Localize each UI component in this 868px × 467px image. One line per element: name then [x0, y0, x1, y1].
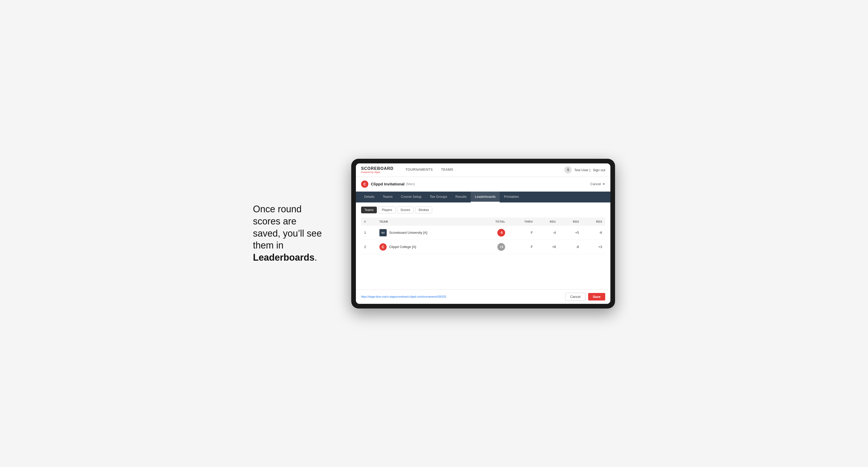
rd3-1: -6	[582, 226, 605, 240]
tournament-cancel-button[interactable]: Cancel ✕	[590, 182, 605, 186]
filter-teams[interactable]: Teams	[361, 207, 377, 213]
table-header-row: # TEAM TOTAL THRU RD1 RD2 RD3	[361, 217, 605, 226]
user-avatar: S	[564, 166, 571, 174]
col-rd3: RD3	[582, 217, 605, 226]
filter-scores[interactable]: Scores	[397, 207, 413, 213]
tournament-subtitle: (Men)	[406, 182, 415, 186]
tablet-screen: SCOREBOARD Powered by clippd TOURNAMENTS…	[356, 163, 610, 304]
content-area: Teams Players Scores Strokes # TEAM TOTA…	[356, 203, 610, 289]
rd2-2: -8	[559, 240, 582, 254]
navbar: SCOREBOARD Powered by clippd TOURNAMENTS…	[356, 163, 610, 177]
col-rd1: RD1	[536, 217, 559, 226]
rd1-1: -4	[536, 226, 559, 240]
rd1-2: +8	[536, 240, 559, 254]
score-badge-1: -5	[497, 229, 505, 237]
col-total: TOTAL	[478, 217, 508, 226]
close-icon[interactable]: ✕	[602, 182, 605, 186]
filter-players[interactable]: Players	[378, 207, 396, 213]
nav-tournaments[interactable]: TOURNAMENTS	[401, 163, 437, 177]
thru-1: F	[508, 226, 536, 240]
desc-line5-bold: Leaderboards	[253, 252, 314, 263]
filter-bar: Teams Players Scores Strokes	[361, 207, 605, 213]
table-row: 2 C Clippd College [A] +3 F	[361, 240, 605, 254]
col-rd2: RD2	[559, 217, 582, 226]
tab-printables[interactable]: Printables	[500, 192, 523, 203]
thru-2: F	[508, 240, 536, 254]
score-badge-2: +3	[497, 243, 505, 251]
desc-line4: them in	[253, 240, 283, 251]
nav-right: S Test User | Sign out	[564, 166, 605, 174]
team-logo-su: SU	[379, 229, 387, 236]
footer-save-button[interactable]: Save	[588, 293, 605, 301]
team-info-2: C Clippd College [A]	[379, 243, 475, 251]
total-1: -5	[478, 226, 508, 240]
tournament-title: Clippd Invitational	[371, 182, 404, 186]
nav-teams[interactable]: TEAMS	[437, 163, 457, 177]
col-team: TEAM	[376, 217, 478, 226]
tab-results[interactable]: Results	[451, 192, 471, 203]
cancel-label: Cancel	[590, 182, 601, 186]
desc-line2: scores are	[253, 216, 297, 226]
sign-out-link[interactable]: Sign out	[593, 168, 605, 172]
team-cell-2: C Clippd College [A]	[376, 240, 478, 254]
col-thru: THRU	[508, 217, 536, 226]
logo-sub: Powered by clippd	[361, 171, 394, 174]
team-info-1: SU Scoreboard University [A]	[379, 229, 475, 236]
rd3-2: +3	[582, 240, 605, 254]
col-rank: #	[361, 217, 376, 226]
spacer	[361, 254, 605, 285]
period: .	[314, 252, 317, 263]
filter-strokes[interactable]: Strokes	[415, 207, 432, 213]
team-logo-cc: C	[379, 243, 387, 251]
rd2-1: +5	[559, 226, 582, 240]
rank-1: 1	[361, 226, 376, 240]
tab-teams[interactable]: Teams	[379, 192, 397, 203]
footer: https://stage-blue-coach.stagescoreboard…	[356, 289, 610, 304]
tournament-logo: C	[361, 181, 368, 188]
tablet-device: SCOREBOARD Powered by clippd TOURNAMENTS…	[351, 159, 615, 309]
footer-url: https://stage-blue-coach.stagescoreboard…	[361, 295, 446, 298]
logo-text: SCOREBOARD	[361, 166, 394, 171]
nav-links: TOURNAMENTS TEAMS	[401, 163, 565, 177]
tab-leaderboards[interactable]: Leaderboards	[471, 192, 500, 203]
leaderboard-table: # TEAM TOTAL THRU RD1 RD2 RD3 1	[361, 217, 605, 254]
page-wrapper: Once round scores are saved, you’ll see …	[253, 159, 615, 309]
logo-area: SCOREBOARD Powered by clippd	[361, 166, 394, 174]
rank-2: 2	[361, 240, 376, 254]
footer-cancel-button[interactable]: Cancel	[565, 293, 585, 301]
sub-nav: Details Teams Course Setup Tee Groups Re…	[356, 192, 610, 203]
description-text: Once round scores are saved, you’ll see …	[253, 203, 336, 264]
user-name: Test User |	[574, 168, 590, 172]
table-row: 1 SU Scoreboard University [A] -5 F	[361, 226, 605, 240]
team-cell-1: SU Scoreboard University [A]	[376, 226, 478, 240]
tournament-header: C Clippd Invitational (Men) Cancel ✕	[356, 177, 610, 192]
tab-details[interactable]: Details	[360, 192, 379, 203]
team-name-1: Scoreboard University [A]	[389, 231, 427, 235]
desc-line3: saved, you’ll see	[253, 228, 322, 239]
total-2: +3	[478, 240, 508, 254]
tab-course-setup[interactable]: Course Setup	[397, 192, 426, 203]
desc-line1: Once round	[253, 204, 302, 214]
tab-tee-groups[interactable]: Tee Groups	[426, 192, 451, 203]
team-name-2: Clippd College [A]	[389, 245, 416, 249]
